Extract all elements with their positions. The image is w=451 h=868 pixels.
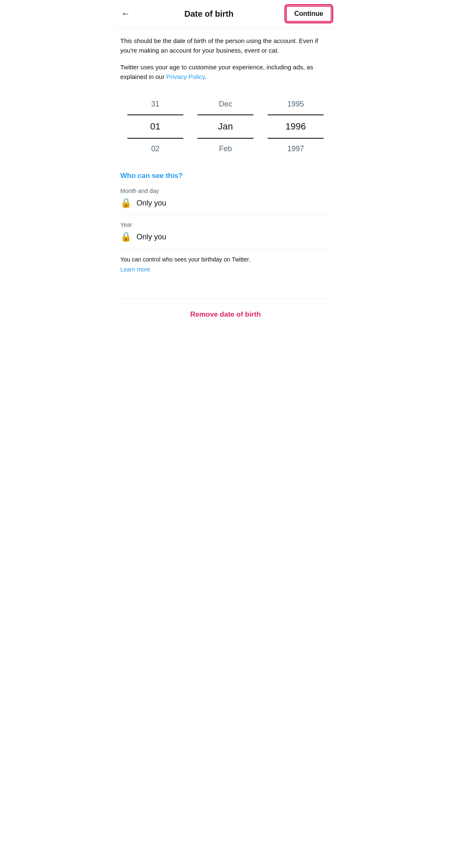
who-can-see-title: Who can see this? [120,172,331,180]
month-day-section: Month and day 🔒 Only you [120,188,331,215]
year-above: 1995 [261,94,331,114]
month-above: Dec [190,94,261,114]
continue-button[interactable]: Continue [286,6,332,22]
day-selected[interactable]: 01 [120,115,190,138]
month-day-row[interactable]: 🔒 Only you [120,198,331,215]
month-column[interactable]: Dec Jan Feb [190,94,261,159]
day-column[interactable]: 31 01 02 [120,94,190,159]
content-area: This should be the date of birth of the … [113,28,338,339]
control-text: You can control who sees your birthday o… [120,255,331,264]
year-section: Year 🔒 Only you [120,221,331,249]
privacy-policy-link[interactable]: Privacy Policy [166,73,205,80]
desc-text-3: . [205,73,206,80]
desc-text-1: This should be the date of birth of the … [120,37,318,54]
description-paragraph2: Twitter uses your age to customise your … [120,63,331,81]
header: ← Date of birth Continue [113,0,338,28]
lock-icon-month-day: 🔒 [120,198,132,208]
description-paragraph1: This should be the date of birth of the … [120,36,331,55]
page-title: Date of birth [184,9,233,19]
year-label: Year [120,221,331,228]
month-below: Feb [190,139,261,159]
month-day-label: Month and day [120,188,331,194]
learn-more-link[interactable]: Learn more [120,266,150,273]
year-selected[interactable]: 1996 [261,115,331,138]
remove-section: Remove date of birth [120,298,331,339]
desc-text-2: Twitter uses your age to customise your … [120,63,313,80]
day-above: 31 [120,94,190,114]
back-button[interactable]: ← [119,7,132,21]
lock-icon-year: 🔒 [120,231,132,242]
year-column[interactable]: 1995 1996 1997 [261,94,331,159]
year-value: Only you [137,233,166,241]
remove-dob-button[interactable]: Remove date of birth [187,307,264,322]
date-picker[interactable]: 31 01 02 Dec Jan Feb 1995 1996 1997 [120,94,331,159]
visibility-section: Who can see this? Month and day 🔒 Only y… [120,172,331,273]
year-below: 1997 [261,139,331,159]
month-selected[interactable]: Jan [190,115,261,138]
day-below: 02 [120,139,190,159]
year-row[interactable]: 🔒 Only you [120,231,331,249]
month-day-value: Only you [137,199,166,208]
